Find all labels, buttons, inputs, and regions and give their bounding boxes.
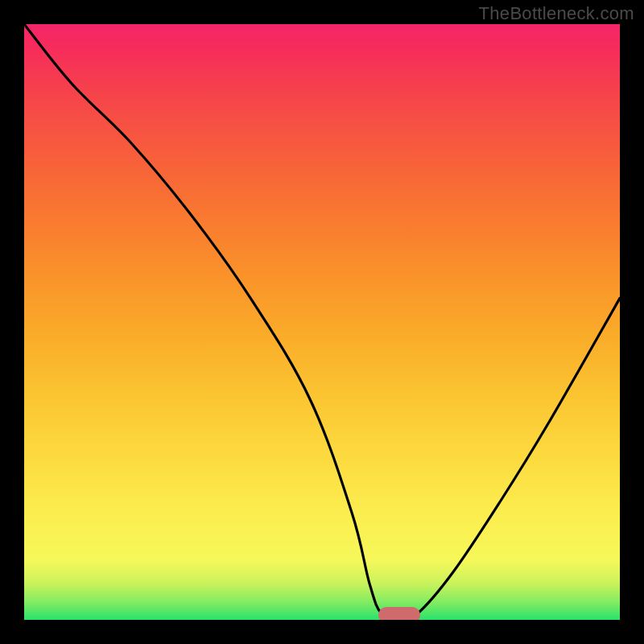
watermark-text: TheBottleneck.com — [479, 3, 634, 24]
optimal-point-marker — [378, 607, 420, 620]
chart-frame: TheBottleneck.com — [0, 0, 644, 644]
plot-area — [24, 24, 620, 620]
bottleneck-curve — [24, 24, 620, 620]
